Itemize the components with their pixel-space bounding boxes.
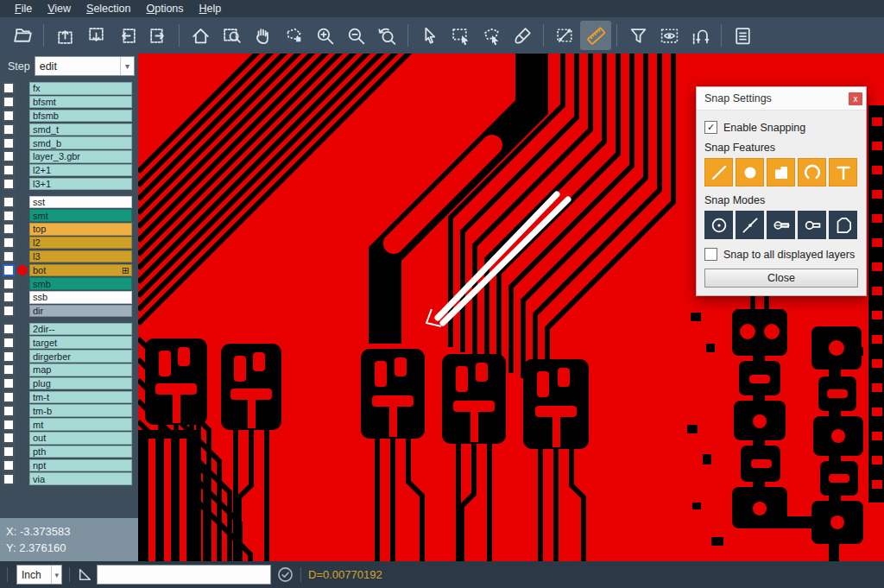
snap-all-layers-checkbox[interactable] (704, 248, 717, 261)
open-file-button[interactable] (7, 21, 38, 50)
layer-visibility-checkbox[interactable] (3, 459, 15, 471)
select-pointer-button[interactable] (414, 21, 445, 50)
layer-swatch[interactable]: l2+1 (29, 164, 132, 177)
menu-selection[interactable]: Selection (79, 1, 138, 16)
filter-button[interactable] (622, 21, 654, 50)
layer-visibility-checkbox[interactable] (3, 150, 15, 162)
grid-icon[interactable]: ⊞ (122, 266, 129, 275)
select-rectangle-button[interactable] (445, 21, 476, 50)
select-brush-button[interactable] (507, 21, 538, 50)
snap-feature-surface-button[interactable] (767, 158, 795, 187)
layer-visibility-checkbox[interactable] (3, 291, 15, 303)
pan-hand-button[interactable] (247, 21, 278, 50)
layer-swatch[interactable]: tm-t (29, 391, 132, 404)
units-select[interactable]: Inch ▾ (16, 565, 62, 585)
layer-visibility-checkbox[interactable] (3, 278, 15, 290)
layer-swatch[interactable]: smd_t (29, 123, 132, 136)
layer-visibility-checkbox[interactable] (3, 110, 15, 122)
layer-swatch[interactable]: ssb (29, 291, 132, 304)
layer-swatch[interactable]: l3+1 (29, 178, 132, 191)
layer-swatch[interactable]: npt (29, 459, 132, 472)
close-button[interactable]: Close (704, 269, 858, 288)
snap-mode-outline-button[interactable] (829, 211, 857, 239)
measure-ruler-button[interactable] (580, 21, 611, 50)
layer-swatch[interactable]: fx (29, 82, 132, 95)
layer-visibility-checkbox[interactable] (3, 250, 15, 262)
select-polygon-button[interactable] (476, 21, 507, 50)
layer-swatch[interactable]: sst (29, 196, 132, 209)
layer-swatch[interactable]: pth (29, 446, 132, 458)
zoom-previous-button[interactable] (371, 21, 402, 50)
snap-mode-center-button[interactable] (704, 211, 733, 239)
step-select[interactable]: edit ▾ (35, 56, 135, 76)
zoom-window-button[interactable] (216, 21, 247, 50)
scroll-down-button[interactable] (80, 21, 111, 50)
enable-snapping-checkbox[interactable] (704, 121, 717, 134)
snap-feature-line-button[interactable] (704, 158, 733, 187)
scroll-right-button[interactable] (142, 21, 174, 50)
layer-swatch[interactable]: tm-b (29, 404, 132, 417)
layer-swatch[interactable]: l3 (29, 250, 132, 263)
layer-visibility-checkbox[interactable] (3, 473, 15, 485)
snap-mode-pad-center-button[interactable] (767, 211, 795, 239)
layer-swatch[interactable]: out (29, 432, 132, 445)
menu-view[interactable]: View (40, 1, 79, 16)
close-icon[interactable]: x (849, 92, 862, 105)
layer-swatch[interactable]: dir (29, 305, 132, 318)
home-view-button[interactable] (185, 21, 216, 50)
measure-line-button[interactable] (549, 21, 580, 50)
layer-visibility-checkbox[interactable] (3, 82, 15, 94)
menu-options[interactable]: Options (138, 1, 191, 16)
layer-visibility-checkbox[interactable] (3, 223, 15, 235)
layer-visibility-checkbox[interactable] (3, 137, 15, 149)
layer-visibility-checkbox[interactable] (3, 264, 15, 276)
zoom-in-button[interactable] (309, 21, 340, 50)
zoom-polygon-button[interactable] (278, 21, 309, 50)
layer-visibility-checkbox[interactable] (3, 364, 15, 376)
layer-visibility-checkbox[interactable] (3, 377, 15, 389)
layer-visibility-checkbox[interactable] (3, 405, 15, 417)
layer-visibility-checkbox[interactable] (3, 178, 15, 190)
layer-swatch[interactable]: bfsmb (29, 110, 132, 123)
layer-visibility-checkbox[interactable] (3, 419, 15, 431)
layer-swatch[interactable]: 2dir-- (29, 323, 132, 336)
layer-swatch[interactable]: dirgerber (29, 350, 132, 363)
dialog-title-bar[interactable]: Snap Settings x (697, 87, 866, 111)
layer-swatch[interactable]: smb (29, 277, 132, 290)
layer-visibility-checkbox[interactable] (3, 196, 15, 208)
layer-swatch[interactable]: smd_b (29, 136, 132, 149)
scroll-left-button[interactable] (111, 21, 142, 50)
snap-mode-line-midpoint-button[interactable] (736, 211, 764, 239)
layer-swatch[interactable]: mt (29, 418, 132, 431)
layer-visibility-checkbox[interactable] (3, 351, 15, 363)
confirm-icon[interactable] (277, 566, 294, 583)
layer-visibility-checkbox[interactable] (3, 123, 15, 136)
report-button[interactable] (727, 21, 758, 50)
snap-feature-circle-button[interactable] (736, 158, 764, 187)
layer-swatch[interactable]: smt (29, 209, 132, 222)
layer-swatch[interactable]: map (29, 364, 132, 376)
snap-button[interactable] (685, 21, 716, 50)
zoom-out-button[interactable] (340, 21, 371, 50)
scroll-up-button[interactable] (49, 21, 80, 50)
layer-visibility-checkbox[interactable] (3, 432, 15, 444)
layer-visibility-checkbox[interactable] (3, 305, 15, 317)
command-input[interactable] (97, 565, 271, 585)
layer-swatch[interactable]: plug (29, 377, 132, 390)
layer-visibility-checkbox[interactable] (3, 164, 15, 176)
layer-swatch[interactable]: bot⊞ (29, 264, 132, 277)
snap-feature-arc-button[interactable] (798, 158, 826, 187)
layer-visibility-checkbox[interactable] (3, 323, 15, 335)
angle-icon[interactable] (77, 566, 93, 583)
layer-swatch[interactable]: layer_3.gbr (29, 150, 132, 163)
layer-visibility-checkbox[interactable] (3, 446, 15, 458)
layer-swatch[interactable]: bfsmt (29, 96, 132, 109)
view-options-button[interactable] (654, 21, 685, 50)
layer-swatch[interactable]: target (29, 336, 132, 349)
menu-file[interactable]: File (7, 1, 40, 16)
layer-visibility-checkbox[interactable] (3, 210, 15, 222)
layer-visibility-checkbox[interactable] (3, 237, 15, 249)
layer-swatch[interactable]: via (29, 472, 132, 485)
layer-swatch[interactable]: l2 (29, 237, 132, 250)
snap-mode-pad-outline-button[interactable] (798, 211, 826, 239)
